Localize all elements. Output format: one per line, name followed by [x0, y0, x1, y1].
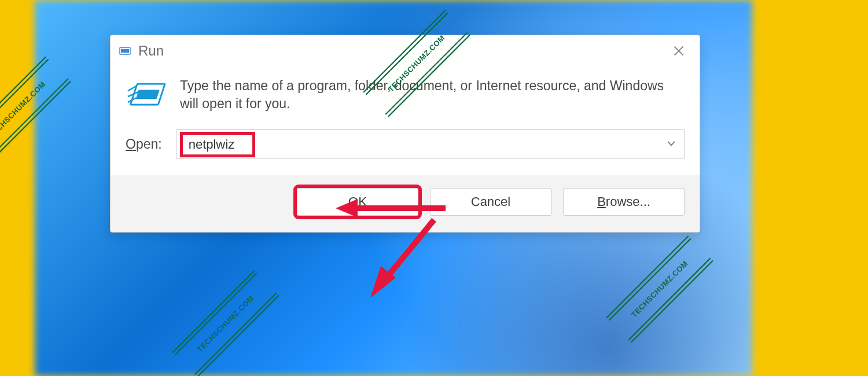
run-title-icon: [119, 45, 131, 57]
svg-rect-5: [136, 90, 160, 99]
open-row: Open: netplwiz: [111, 124, 700, 175]
ok-button[interactable]: OK: [297, 188, 418, 216]
run-dialog: Run Type the name of a program, folder, …: [110, 35, 700, 233]
close-button[interactable]: [666, 39, 692, 62]
titlebar: Run: [111, 35, 700, 67]
svg-rect-1: [121, 49, 129, 53]
open-label: Open:: [126, 137, 162, 152]
dialog-title: Run: [138, 43, 164, 59]
dialog-body: Type the name of a program, folder, docu…: [111, 67, 700, 124]
open-combobox[interactable]: netplwiz: [176, 129, 685, 159]
dialog-footer: OK Cancel Browse...: [111, 175, 700, 232]
close-icon: [673, 45, 685, 57]
open-input[interactable]: netplwiz: [180, 132, 255, 157]
dialog-description: Type the name of a program, folder, docu…: [180, 77, 685, 113]
run-body-icon: [126, 80, 166, 112]
browse-button[interactable]: Browse...: [563, 188, 685, 216]
cancel-button[interactable]: Cancel: [430, 188, 551, 216]
chevron-down-icon[interactable]: [667, 137, 676, 152]
